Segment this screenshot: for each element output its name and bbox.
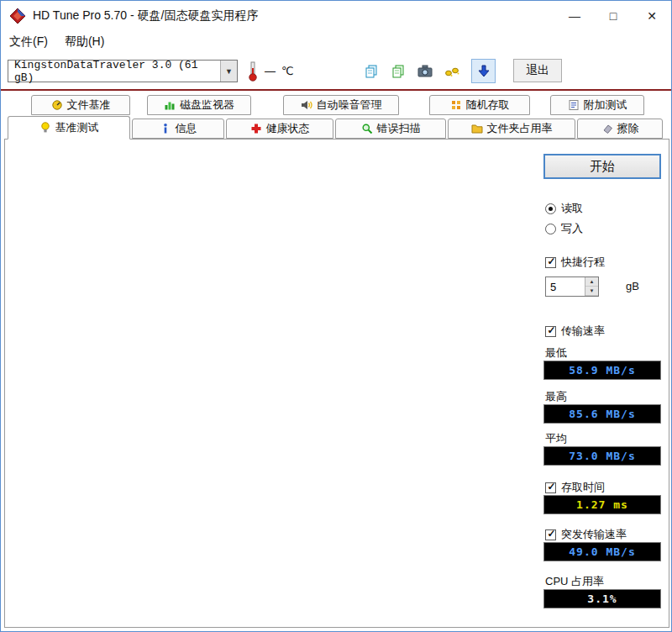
copy-text-button[interactable] — [359, 59, 383, 83]
tab-auto-acoustic[interactable]: 自动噪音管理 — [283, 95, 399, 115]
exit-button[interactable]: 退出 — [513, 59, 562, 82]
tab-label: 随机存取 — [466, 97, 510, 113]
folder-icon — [471, 123, 483, 134]
burst-rate-label: 突发传输速率 — [561, 527, 627, 542]
avg-value-display: 73.0 MB/s — [543, 446, 661, 466]
start-button[interactable]: 开始 — [543, 154, 661, 179]
separator-line — [1, 89, 671, 91]
tab-disk-monitor[interactable]: 磁盘监视器 — [147, 95, 251, 115]
menu-file[interactable]: 文件(F) — [1, 32, 56, 52]
min-value-display: 58.9 MB/s — [543, 361, 661, 380]
window-controls: — □ ✕ — [555, 1, 671, 31]
tab-label: 健康状态 — [266, 121, 310, 136]
radio-icon — [545, 203, 556, 214]
toolbar: KingstonDataTraveler 3.0 (61 gB) ▼ — ℃ — [1, 53, 671, 89]
temperature-value: — — [265, 65, 276, 77]
spin-down-icon[interactable]: ▼ — [585, 287, 598, 296]
tab-folder-usage[interactable]: 文件夹占用率 — [448, 118, 575, 139]
access-time-display: 1.27 ms — [543, 495, 661, 514]
checkbox-icon — [545, 482, 556, 493]
read-label: 读取 — [561, 201, 583, 216]
tab-label: 磁盘监视器 — [180, 97, 234, 113]
tab-label: 附加测试 — [584, 97, 627, 113]
tab-label: 基准测试 — [55, 120, 99, 135]
drive-select-value: KingstonDataTraveler 3.0 (61 gB) — [8, 59, 220, 84]
checkbox-icon — [545, 326, 556, 337]
audio-log-button[interactable] — [439, 59, 464, 83]
max-label: 最高 — [545, 389, 567, 404]
tab-label: 错误扫描 — [377, 121, 421, 136]
cpu-usage-display: 3.1% — [543, 589, 661, 608]
checkbox-icon — [545, 257, 556, 268]
short-stroke-input[interactable] — [546, 277, 585, 296]
radio-icon — [545, 224, 556, 234]
gb-unit-label: gB — [626, 280, 639, 292]
cpu-usage-label: CPU 占用率 — [545, 574, 604, 589]
menu-bar: 文件(F) 帮助(H) — [1, 31, 671, 53]
disk-monitor-icon — [164, 99, 176, 111]
controls-panel: 开始 读取 写入 快捷行程 ▲ ▼ gB 传输速率 最低 58.9 MB/s 最 — [538, 144, 668, 623]
speaker-icon — [301, 99, 312, 111]
checkbox-icon — [545, 529, 556, 540]
chevron-down-icon[interactable]: ▼ — [220, 61, 237, 82]
tab-info[interactable]: 信息 — [132, 118, 224, 139]
spin-up-icon[interactable]: ▲ — [585, 277, 598, 287]
short-stroke-stepper: ▲ ▼ — [545, 276, 599, 297]
tab-file-benchmark[interactable]: 文件基准 — [31, 95, 130, 115]
transfer-rate-checkbox[interactable]: 传输速率 — [545, 324, 605, 339]
access-time-label: 存取时间 — [561, 480, 605, 495]
tab-error-scan[interactable]: 错误扫描 — [335, 118, 446, 139]
temperature-unit: ℃ — [281, 65, 294, 77]
copy-pages-icon — [365, 65, 378, 78]
copy-image-button[interactable] — [386, 59, 410, 83]
magnifier-icon — [361, 123, 373, 134]
copy-image-icon — [391, 65, 405, 78]
write-label: 写入 — [561, 221, 583, 236]
short-stroke-checkbox[interactable]: 快捷行程 — [545, 255, 605, 270]
download-arrow-icon — [477, 65, 491, 78]
thermometer-icon — [248, 61, 258, 84]
tab-erase[interactable]: 擦除 — [577, 118, 663, 139]
tab-health[interactable]: 健康状态 — [226, 118, 333, 139]
file-benchmark-icon — [51, 99, 63, 111]
app-logo-icon — [9, 8, 26, 24]
short-stroke-label: 快捷行程 — [561, 255, 605, 270]
transfer-rate-label: 传输速率 — [561, 324, 605, 339]
min-label: 最低 — [545, 345, 567, 361]
write-radio[interactable]: 写入 — [545, 221, 583, 236]
tab-extra-tests[interactable]: 附加测试 — [550, 95, 644, 115]
burst-rate-checkbox[interactable]: 突发传输速率 — [545, 527, 627, 542]
window-title: HD Tune Pro 5.70 - 硬盘/固态硬盘实用程序 — [33, 8, 258, 24]
random-access-icon — [450, 99, 462, 111]
close-button[interactable]: ✕ — [633, 1, 671, 31]
tab-random-access[interactable]: 随机存取 — [429, 95, 530, 115]
avg-label: 平均 — [545, 431, 567, 446]
benchmark-icon — [39, 122, 51, 134]
extra-tests-icon — [568, 99, 580, 111]
title-bar: HD Tune Pro 5.70 - 硬盘/固态硬盘实用程序 — □ ✕ — [1, 1, 671, 31]
max-value-display: 85.6 MB/s — [543, 404, 661, 424]
yellow-notes-icon — [444, 65, 459, 78]
menu-help[interactable]: 帮助(H) — [56, 32, 113, 52]
camera-icon — [417, 65, 433, 78]
app-window: HD Tune Pro 5.70 - 硬盘/固态硬盘实用程序 — □ ✕ 文件(… — [0, 0, 672, 632]
maximize-button[interactable]: □ — [594, 1, 633, 31]
tab-label: 文件基准 — [67, 97, 111, 113]
info-icon — [160, 123, 171, 134]
tab-label: 自动噪音管理 — [317, 97, 382, 113]
burst-rate-display: 49.0 MB/s — [543, 542, 661, 561]
tab-label: 文件夹占用率 — [487, 121, 553, 136]
tab-benchmark[interactable]: 基准测试 — [8, 116, 130, 140]
drive-select[interactable]: KingstonDataTraveler 3.0 (61 gB) ▼ — [8, 60, 238, 82]
tab-label: 信息 — [176, 121, 197, 136]
tab-label: 擦除 — [617, 121, 639, 136]
eraser-icon — [601, 123, 613, 134]
access-time-checkbox[interactable]: 存取时间 — [545, 480, 605, 495]
screenshot-button[interactable] — [412, 59, 437, 83]
minimize-button[interactable]: — — [555, 1, 594, 31]
save-results-button[interactable] — [471, 59, 496, 83]
read-radio[interactable]: 读取 — [545, 201, 583, 216]
health-cross-icon — [250, 123, 262, 134]
